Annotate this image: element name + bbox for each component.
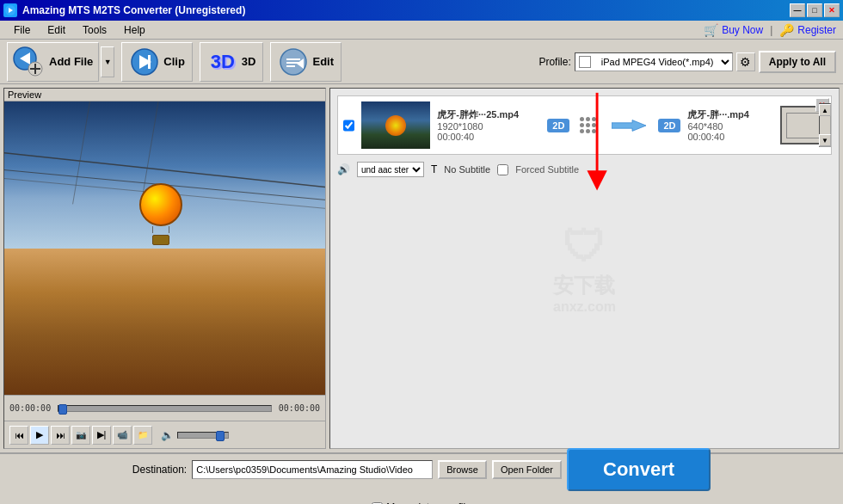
folder-button[interactable]: 📁 xyxy=(133,426,152,445)
window-controls: — □ ✕ xyxy=(790,3,840,17)
rewind-button[interactable]: ⏮ xyxy=(9,426,28,445)
watermark-text-main: 安下载 xyxy=(553,272,616,299)
snapshot-button[interactable]: 📷 xyxy=(71,426,90,445)
source-thumbnail xyxy=(361,101,430,149)
register-btn[interactable]: 🔑 Register xyxy=(779,23,836,37)
watermark: 🛡 安下载 anxz.com xyxy=(553,222,616,315)
minimize-button[interactable]: — xyxy=(790,3,805,17)
source-filename: 虎牙-胖炸···25.mp4 xyxy=(437,108,540,121)
edit-icon xyxy=(278,46,309,77)
start-time: 00:00:00 xyxy=(9,403,51,413)
apply-all-button[interactable]: Apply to All xyxy=(759,51,836,73)
volume-bar[interactable] xyxy=(177,432,229,439)
subtitle-icon: T xyxy=(431,163,437,175)
svg-line-15 xyxy=(4,153,325,187)
cart-icon: 🛒 xyxy=(704,23,718,37)
close-button[interactable]: ✕ xyxy=(824,3,840,17)
fast-forward-button[interactable]: ⏭ xyxy=(51,426,70,445)
dest-duration: 00:00:40 xyxy=(687,132,773,142)
add-file-button[interactable]: Add File xyxy=(7,42,99,82)
end-time: 00:00:00 xyxy=(279,403,320,413)
card-scrollbar: ▲ ▼ xyxy=(819,103,831,147)
profile-label: Profile: xyxy=(538,56,570,68)
toolbar: Add File ▼ Clip 3D 3D xyxy=(0,40,843,84)
menu-file[interactable]: File xyxy=(7,22,37,38)
svg-rect-11 xyxy=(286,58,300,60)
dest-badge-2d: 2D xyxy=(658,119,680,132)
edit-label: Edit xyxy=(312,55,334,68)
edit-button[interactable]: Edit xyxy=(270,42,342,82)
progress-bar[interactable] xyxy=(58,405,272,412)
volume-icon: 🔈 xyxy=(161,429,174,441)
restore-button[interactable]: □ xyxy=(807,3,822,17)
3d-label: 3D xyxy=(242,55,256,68)
profile-area: Profile: iPad MPEG4 Video(*.mp4) ⚙ Apply… xyxy=(538,51,836,73)
menu-bar: File Edit Tools Help 🛒 Buy Now | 🔑 Regis… xyxy=(0,21,843,40)
bottom-bar: Destination: Browse Open Folder Convert … xyxy=(0,452,843,504)
scroll-down-button[interactable]: ▼ xyxy=(819,134,831,146)
menu-help[interactable]: Help xyxy=(117,22,152,38)
convert-arrow xyxy=(606,115,651,136)
convert-button[interactable]: Convert xyxy=(567,448,711,491)
svg-rect-13 xyxy=(286,65,295,67)
balloon xyxy=(139,183,182,239)
clip-icon xyxy=(129,46,160,77)
source-info: 虎牙-胖炸···25.mp4 1920*1080 00:00:40 xyxy=(437,108,540,142)
profile-select[interactable]: iPad MPEG4 Video(*.mp4) xyxy=(594,53,732,71)
gear-button[interactable]: ⚙ xyxy=(736,52,755,71)
step-forward-button[interactable]: ▶| xyxy=(92,426,111,445)
playback-bar: 00:00:00 00:00:00 xyxy=(4,395,325,421)
audio-icon: 🔊 xyxy=(337,163,350,175)
audio-select[interactable]: und aac ster xyxy=(357,162,424,177)
svg-line-18 xyxy=(73,101,90,204)
balloon-body xyxy=(139,183,182,226)
progress-thumb xyxy=(58,404,67,415)
svg-rect-9 xyxy=(148,55,151,69)
destination-input[interactable] xyxy=(192,460,433,479)
thumb-inner xyxy=(361,101,430,149)
source-resolution: 1920*1080 xyxy=(437,121,540,132)
add-file-icon xyxy=(13,46,44,77)
forced-subtitle-label: Forced Subtitle xyxy=(515,164,579,175)
clip-label: Clip xyxy=(163,55,185,68)
preview-label: Preview xyxy=(4,89,325,101)
volume-area: 🔈 xyxy=(161,429,229,441)
main-area: Preview 00:00:00 xyxy=(0,84,843,452)
preview-video xyxy=(4,101,325,395)
add-file-dropdown[interactable]: ▼ xyxy=(101,46,114,77)
svg-marker-20 xyxy=(612,120,646,131)
convert-area: Convert xyxy=(567,448,711,491)
3d-icon: 3D xyxy=(207,46,238,77)
register-label: Register xyxy=(797,24,836,36)
thumb-balloon xyxy=(385,115,406,136)
browse-button[interactable]: Browse xyxy=(438,460,487,479)
menu-tools[interactable]: Tools xyxy=(76,22,114,38)
menu-edit[interactable]: Edit xyxy=(40,22,72,38)
buy-now-label: Buy Now xyxy=(722,24,763,36)
watermark-icon: 🛡 xyxy=(553,222,616,272)
forced-subtitle-checkbox[interactable] xyxy=(497,164,508,175)
watermark-text-url: anxz.com xyxy=(553,299,616,315)
key-icon: 🔑 xyxy=(779,23,794,37)
balloon-basket xyxy=(152,235,169,245)
card-subrow: 🔊 und aac ster T No Subtitle Forced Subt… xyxy=(337,162,832,177)
dest-resolution: 640*480 xyxy=(687,121,773,132)
clip-button[interactable]: Clip xyxy=(121,42,193,82)
output-info: 虎牙-胖···.mp4 640*480 00:00:40 xyxy=(687,108,773,142)
play-button[interactable]: ▶ xyxy=(30,426,49,445)
open-folder-button[interactable]: Open Folder xyxy=(492,460,562,479)
file-item-card: 虎牙-胖炸···25.mp4 1920*1080 00:00:40 2D xyxy=(337,95,832,155)
buy-now-btn[interactable]: 🛒 Buy Now xyxy=(704,23,763,37)
source-badge-2d: 2D xyxy=(547,119,569,132)
profile-icon xyxy=(579,56,591,68)
destination-label: Destination: xyxy=(132,464,187,476)
scroll-up-button[interactable]: ▲ xyxy=(819,104,831,116)
volume-thumb xyxy=(216,431,225,441)
subtitle-label: No Subtitle xyxy=(444,164,490,175)
grid-icon xyxy=(576,114,600,137)
file-checkbox[interactable] xyxy=(343,120,354,132)
preview-panel: Preview 00:00:00 xyxy=(3,88,326,449)
camera-button[interactable]: 📹 xyxy=(113,426,132,445)
3d-button[interactable]: 3D 3D xyxy=(200,42,264,82)
source-duration: 00:00:40 xyxy=(437,132,540,142)
